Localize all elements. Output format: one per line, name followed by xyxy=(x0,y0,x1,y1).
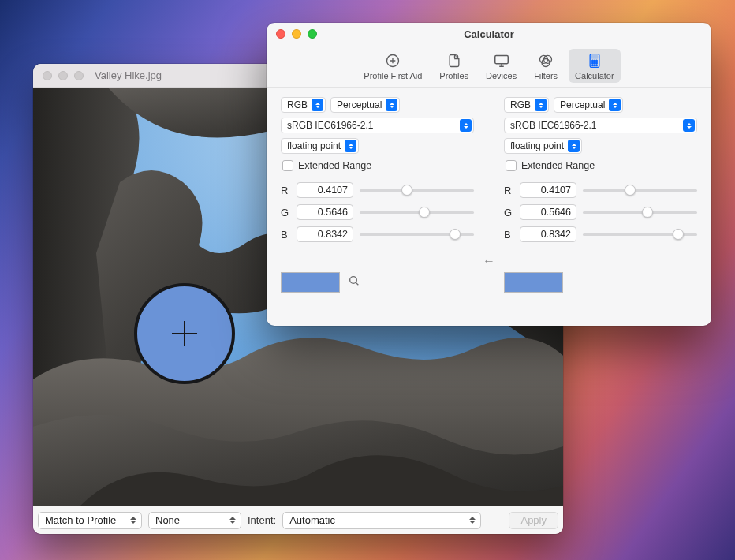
svg-point-17 xyxy=(596,62,598,64)
stepper-icon xyxy=(312,99,323,111)
profile-select[interactable]: None xyxy=(148,512,241,529)
eyedropper-magnifier-icon[interactable] xyxy=(348,274,360,290)
dest-intent-select[interactable]: Perceptual xyxy=(554,97,623,113)
minimize-button[interactable] xyxy=(58,71,68,80)
stepper-icon xyxy=(345,140,356,152)
source-intent-select[interactable]: Perceptual xyxy=(330,97,400,113)
viewer-traffic-lights xyxy=(43,71,84,80)
stepper-icon xyxy=(683,119,695,132)
svg-point-12 xyxy=(592,60,594,62)
dest-extended-range-checkbox[interactable]: Extended Range xyxy=(506,160,697,171)
profiles-icon xyxy=(446,52,463,69)
dest-g-slider[interactable] xyxy=(583,205,697,219)
slider-thumb[interactable] xyxy=(642,207,653,218)
tab-calculator[interactable]: Calculator xyxy=(569,49,621,83)
updown-icon xyxy=(229,515,237,526)
viewer-window-title: Valley Hike.jpg xyxy=(95,69,162,81)
svg-point-19 xyxy=(594,65,595,66)
svg-point-16 xyxy=(594,62,595,64)
stepper-icon xyxy=(609,99,621,111)
viewer-bottom-bar: Match to Profile None Intent: Automatic … xyxy=(33,506,563,534)
dest-colorspace-select[interactable]: RGB xyxy=(504,97,549,113)
channel-g-label: G xyxy=(504,207,513,218)
slider-thumb[interactable] xyxy=(401,185,412,196)
source-r-input[interactable]: 0.4107 xyxy=(297,182,353,198)
tab-filters[interactable]: Filters xyxy=(528,49,564,83)
calc-toolbar: Profile First Aid Profiles Devices Filte… xyxy=(267,45,711,88)
source-format-select[interactable]: floating point xyxy=(281,138,359,154)
channel-r-label: R xyxy=(281,185,290,196)
slider-thumb[interactable] xyxy=(450,229,461,240)
devices-icon xyxy=(493,52,510,69)
profile-select-value: None xyxy=(155,514,180,526)
svg-point-18 xyxy=(592,65,594,66)
channel-b-label: B xyxy=(281,229,290,241)
channel-g-label: G xyxy=(281,207,290,218)
intent-select[interactable]: Automatic xyxy=(282,512,481,529)
match-action-select[interactable]: Match to Profile xyxy=(38,512,142,529)
conversion-direction[interactable]: ← xyxy=(474,97,504,315)
intent-select-value: Automatic xyxy=(289,514,335,526)
stepper-icon xyxy=(460,119,472,132)
updown-icon xyxy=(130,515,138,526)
source-r-slider[interactable] xyxy=(360,183,474,197)
colorsync-calculator-window: Calculator Profile First Aid Profiles De… xyxy=(267,23,711,326)
tab-profile-first-aid[interactable]: Profile First Aid xyxy=(357,49,428,83)
slider-thumb[interactable] xyxy=(673,229,684,240)
svg-rect-6 xyxy=(494,56,508,64)
stepper-icon xyxy=(386,99,397,111)
calculator-icon xyxy=(586,52,603,69)
zoom-button[interactable] xyxy=(74,71,84,80)
dest-profile-select[interactable]: sRGB IEC61966-2.1 xyxy=(504,118,697,133)
svg-rect-11 xyxy=(591,56,598,58)
source-b-input[interactable]: 0.8342 xyxy=(297,226,353,242)
calc-body: RGB Perceptual sRGB IEC61966-2.1 floatin… xyxy=(267,88,711,326)
calc-window-title: Calculator xyxy=(464,28,514,40)
source-g-slider[interactable] xyxy=(360,205,474,219)
tab-profiles[interactable]: Profiles xyxy=(433,49,475,83)
apply-button[interactable]: Apply xyxy=(509,512,558,529)
svg-point-20 xyxy=(596,65,598,66)
svg-point-15 xyxy=(592,62,594,64)
channel-r-label: R xyxy=(504,185,513,196)
dest-b-input[interactable]: 0.8342 xyxy=(520,226,576,242)
dest-r-input[interactable]: 0.4107 xyxy=(520,182,576,198)
dest-column: RGB Perceptual sRGB IEC61966-2.1 floatin… xyxy=(504,97,697,315)
arrow-left-icon: ← xyxy=(483,254,495,268)
tab-devices[interactable]: Devices xyxy=(479,49,523,83)
dest-r-slider[interactable] xyxy=(583,183,697,197)
calc-traffic-lights xyxy=(276,29,317,39)
dest-format-select[interactable]: floating point xyxy=(504,138,582,154)
svg-line-22 xyxy=(356,282,358,285)
match-action-value: Match to Profile xyxy=(45,514,116,526)
source-b-slider[interactable] xyxy=(360,227,474,241)
source-g-input[interactable]: 0.5646 xyxy=(297,204,353,220)
first-aid-icon xyxy=(384,52,401,69)
svg-point-13 xyxy=(594,60,595,62)
intent-label: Intent: xyxy=(248,514,276,526)
close-button[interactable] xyxy=(276,29,285,39)
slider-thumb[interactable] xyxy=(419,207,430,218)
source-extended-range-checkbox[interactable]: Extended Range xyxy=(282,160,474,171)
svg-point-21 xyxy=(350,277,357,284)
source-color-swatch xyxy=(281,272,340,293)
dest-color-swatch xyxy=(504,272,563,293)
channel-b-label: B xyxy=(504,229,513,241)
updown-icon xyxy=(469,515,477,526)
minimize-button[interactable] xyxy=(292,29,301,39)
slider-thumb[interactable] xyxy=(625,185,636,196)
stepper-icon xyxy=(535,99,547,111)
filters-icon xyxy=(537,52,554,69)
svg-point-14 xyxy=(596,60,598,62)
close-button[interactable] xyxy=(43,71,52,80)
checkbox-icon xyxy=(282,160,293,171)
dest-g-input[interactable]: 0.5646 xyxy=(520,204,576,220)
zoom-button[interactable] xyxy=(308,29,317,39)
source-column: RGB Perceptual sRGB IEC61966-2.1 floatin… xyxy=(281,97,474,315)
source-profile-select[interactable]: sRGB IEC61966-2.1 xyxy=(281,118,474,133)
stepper-icon xyxy=(568,140,580,152)
checkbox-icon xyxy=(506,160,517,171)
source-colorspace-select[interactable]: RGB xyxy=(281,97,326,113)
calc-titlebar[interactable]: Calculator xyxy=(267,23,711,45)
dest-b-slider[interactable] xyxy=(583,227,697,241)
